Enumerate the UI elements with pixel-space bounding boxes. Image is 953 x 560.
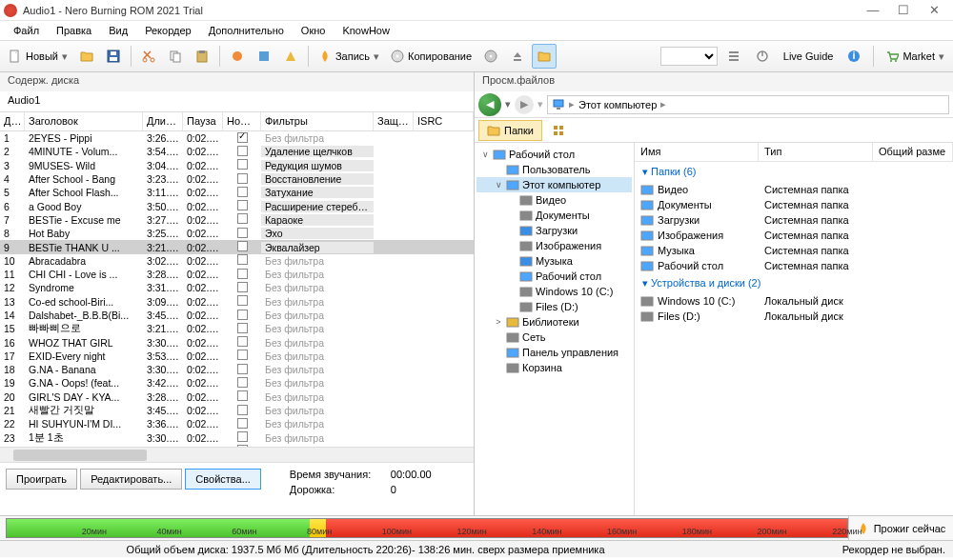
file-row[interactable]: ЗагрузкиСистемная папка [635, 212, 953, 228]
liveguide-button[interactable]: Live Guide [779, 44, 839, 69]
track-normalize[interactable] [223, 269, 261, 281]
filter-cell[interactable]: Без фильтра [261, 432, 374, 444]
nav-back-button[interactable]: ◀ [478, 93, 501, 116]
power-button[interactable] [750, 44, 775, 69]
maximize-button[interactable]: ☐ [888, 3, 919, 17]
tree-item[interactable]: >Библиотеки [476, 314, 632, 330]
market-button[interactable]: Market ▾ [881, 44, 949, 69]
track-normalize[interactable] [223, 132, 261, 145]
new-button[interactable]: Новый ▾ [4, 44, 72, 69]
expand-icon[interactable]: ∨ [494, 180, 503, 190]
filter-cell[interactable]: Редукция шумов [261, 160, 374, 171]
track-normalize[interactable] [223, 146, 261, 158]
checkbox-icon[interactable] [237, 418, 248, 429]
filter-cell[interactable]: Расширение стеребоа... [261, 201, 374, 212]
track-normalize[interactable] [223, 173, 261, 186]
expand-icon[interactable]: > [494, 317, 503, 327]
track-normalize[interactable] [223, 282, 261, 294]
filter-cell[interactable]: Затухание [261, 187, 374, 198]
col-pause[interactable]: Пауза [183, 112, 223, 130]
folder-tree[interactable]: ∨Рабочий столПользователь∨Этот компьютер… [475, 143, 635, 515]
open-button[interactable] [74, 44, 99, 69]
track-row[interactable]: 231분 1초3:30.290:02.00Без фильтра [0, 431, 474, 445]
tree-item[interactable]: Загрузки [476, 223, 632, 238]
checkbox-icon[interactable] [237, 350, 248, 360]
checkbox-icon[interactable] [237, 187, 248, 197]
track-row[interactable]: 16WHOZ THAT GIRL3:30.030:02.00Без фильтр… [0, 335, 474, 349]
filter-cell[interactable]: Без фильтра [261, 296, 374, 308]
track-row[interactable]: 15빠빠삐으로3:21.570:02.00Без фильтра [0, 322, 474, 335]
checkbox-icon[interactable] [237, 159, 248, 170]
menu-правка[interactable]: Правка [49, 23, 99, 38]
checkbox-icon[interactable] [237, 323, 248, 333]
view-mode-button[interactable] [546, 118, 571, 143]
track-row[interactable]: 5After School Flash...3:11.480:02.00Зату… [0, 186, 474, 199]
checkbox-icon[interactable] [237, 241, 248, 251]
filter-cell[interactable]: Без фильтра [261, 255, 374, 267]
track-normalize[interactable] [223, 418, 261, 430]
tree-item[interactable]: Музыка [476, 253, 632, 269]
folders-toggle-button[interactable]: Папки [478, 120, 542, 141]
file-row[interactable]: МузыкаСистемная папка [635, 243, 953, 258]
filter-cell[interactable]: Без фильтра [261, 350, 374, 362]
track-normalize[interactable] [223, 295, 261, 308]
track-normalize[interactable] [223, 364, 261, 376]
col-protection[interactable]: Защита [374, 112, 414, 130]
track-normalize[interactable] [223, 405, 261, 417]
track-row[interactable]: 12EYES - Pippi3:26.410:02.00Без фильтра [0, 131, 474, 145]
tree-item[interactable]: Windows 10 (C:) [476, 284, 632, 299]
checkbox-icon[interactable] [237, 282, 248, 292]
track-normalize[interactable] [223, 228, 261, 240]
tree-item[interactable]: Пользователь [476, 162, 632, 177]
tree-item[interactable]: Видео [476, 192, 632, 208]
info-button[interactable]: i [841, 44, 866, 69]
track-normalize[interactable] [223, 187, 261, 199]
track-row[interactable]: 18G.NA - Banana3:30.050:02.00Без фильтра [0, 363, 474, 376]
checkbox-icon[interactable] [237, 269, 248, 279]
tree-item[interactable]: ∨Этот компьютер [476, 177, 632, 192]
filter-cell[interactable]: Восстановление [261, 173, 374, 185]
track-normalize[interactable] [223, 241, 261, 253]
close-button[interactable]: ✕ [919, 3, 949, 17]
track-row[interactable]: 11CHI CHI - Love is ...3:28.490:02.00Без… [0, 268, 474, 281]
checkbox-icon[interactable] [237, 364, 248, 374]
col-isrc[interactable]: ISRC [414, 112, 474, 130]
checkbox-icon[interactable] [237, 390, 248, 401]
paste-button[interactable] [190, 44, 214, 69]
menu-вид[interactable]: Вид [101, 23, 135, 38]
checkbox-icon[interactable] [237, 173, 248, 184]
tree-item[interactable]: Документы [476, 208, 632, 223]
track-normalize[interactable] [223, 390, 261, 403]
track-row[interactable]: 6a Good Boy3:50.570:02.00Расширение стер… [0, 199, 474, 212]
col-title[interactable]: Заголовок [25, 112, 143, 130]
timeline-track[interactable]: 20мин40мин60мин80мин100мин120мин140мин16… [6, 518, 848, 538]
col-normalize[interactable]: Норма... [223, 112, 261, 130]
filter-cell[interactable]: Без фильтра [261, 282, 374, 293]
disc-name[interactable]: Audio1 [0, 91, 474, 112]
menu-файл[interactable]: Файл [6, 23, 47, 38]
checkbox-icon[interactable] [237, 295, 248, 306]
edit-button[interactable]: Редактировать... [80, 469, 182, 490]
checkbox-icon[interactable] [237, 336, 248, 347]
minimize-button[interactable]: — [858, 3, 888, 17]
file-row[interactable]: Files (D:)Локальный диск [635, 309, 953, 324]
track-row[interactable]: 8Hot Baby3:25.330:02.00Эхо [0, 227, 474, 240]
col-filter[interactable]: Фильтры [261, 112, 374, 130]
filter-cell[interactable]: Эхо [261, 228, 374, 239]
track-normalize[interactable] [223, 159, 261, 171]
checkbox-icon[interactable] [237, 200, 248, 210]
col-number[interactable]: До... [0, 112, 25, 130]
track-normalize[interactable] [223, 200, 261, 212]
track-row[interactable]: 21새빨간 거짓말3:45.030:02.00Без фильтра [0, 404, 474, 417]
checkbox-icon[interactable] [237, 132, 248, 143]
track-row[interactable]: 7BESTie - Excuse me3:27.440:02.00Караоке [0, 213, 474, 227]
save-button[interactable] [101, 44, 126, 69]
track-row[interactable]: 10Abracadabra3:02.170:02.00Без фильтра [0, 254, 474, 268]
menu-окно[interactable]: Окно [294, 23, 334, 38]
tree-item[interactable]: Изображения [476, 238, 632, 253]
play-button[interactable]: Проиграть [6, 469, 77, 490]
filter-cell[interactable]: Без фильтра [261, 269, 374, 280]
tree-item[interactable]: Корзина [476, 360, 632, 375]
track-row[interactable]: 12Syndrome3:31.070:02.00Без фильтра [0, 281, 474, 294]
track-normalize[interactable] [223, 431, 261, 444]
